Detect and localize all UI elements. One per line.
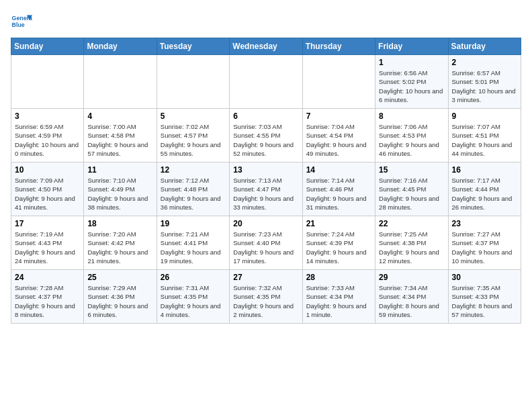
day-info: Sunrise: 7:24 AM Sunset: 4:39 PM Dayligh… xyxy=(306,230,371,265)
calendar-week-5: 24Sunrise: 7:28 AM Sunset: 4:37 PM Dayli… xyxy=(11,270,521,324)
logo: General Blue xyxy=(11,11,32,32)
calendar-cell: 9Sunrise: 7:07 AM Sunset: 4:51 PM Daylig… xyxy=(448,109,521,163)
weekday-header-row: SundayMondayTuesdayWednesdayThursdayFrid… xyxy=(11,38,521,55)
calendar-cell: 1Sunrise: 6:56 AM Sunset: 5:02 PM Daylig… xyxy=(375,55,448,109)
day-info: Sunrise: 6:56 AM Sunset: 5:02 PM Dayligh… xyxy=(379,68,444,104)
day-info: Sunrise: 7:31 AM Sunset: 4:35 PM Dayligh… xyxy=(161,283,226,319)
day-number: 25 xyxy=(87,273,152,282)
calendar-cell: 26Sunrise: 7:31 AM Sunset: 4:35 PM Dayli… xyxy=(157,270,229,324)
calendar-cell: 20Sunrise: 7:23 AM Sunset: 4:40 PM Dayli… xyxy=(230,216,302,270)
calendar-week-1: 1Sunrise: 6:56 AM Sunset: 5:02 PM Daylig… xyxy=(11,55,521,109)
day-number: 17 xyxy=(15,219,80,228)
day-info: Sunrise: 6:57 AM Sunset: 5:01 PM Dayligh… xyxy=(452,68,517,104)
day-info: Sunrise: 7:19 AM Sunset: 4:43 PM Dayligh… xyxy=(15,230,80,265)
day-number: 27 xyxy=(233,273,298,282)
weekday-header-tuesday: Tuesday xyxy=(157,38,229,55)
day-number: 2 xyxy=(452,58,517,67)
logo-icon: General Blue xyxy=(11,11,32,32)
day-number: 19 xyxy=(161,219,226,228)
calendar-cell xyxy=(11,55,84,109)
day-number: 7 xyxy=(306,111,371,121)
calendar-cell: 25Sunrise: 7:29 AM Sunset: 4:36 PM Dayli… xyxy=(84,270,157,324)
calendar-cell: 2Sunrise: 6:57 AM Sunset: 5:01 PM Daylig… xyxy=(448,55,521,109)
calendar-cell: 4Sunrise: 7:00 AM Sunset: 4:58 PM Daylig… xyxy=(84,109,157,163)
calendar-cell: 19Sunrise: 7:21 AM Sunset: 4:41 PM Dayli… xyxy=(157,216,229,270)
day-number: 6 xyxy=(233,111,298,121)
calendar-cell: 12Sunrise: 7:12 AM Sunset: 4:48 PM Dayli… xyxy=(157,163,229,216)
calendar-cell: 8Sunrise: 7:06 AM Sunset: 4:53 PM Daylig… xyxy=(375,109,448,163)
weekday-header-sunday: Sunday xyxy=(11,38,84,55)
day-info: Sunrise: 7:21 AM Sunset: 4:41 PM Dayligh… xyxy=(161,230,226,265)
day-info: Sunrise: 7:25 AM Sunset: 4:38 PM Dayligh… xyxy=(379,230,444,265)
weekday-header-monday: Monday xyxy=(84,38,157,55)
day-info: Sunrise: 6:59 AM Sunset: 4:59 PM Dayligh… xyxy=(15,122,80,158)
calendar-cell: 13Sunrise: 7:13 AM Sunset: 4:47 PM Dayli… xyxy=(230,163,302,216)
day-number: 23 xyxy=(452,219,517,228)
calendar-cell: 22Sunrise: 7:25 AM Sunset: 4:38 PM Dayli… xyxy=(375,216,448,270)
day-number: 28 xyxy=(306,273,371,282)
calendar-cell: 30Sunrise: 7:35 AM Sunset: 4:33 PM Dayli… xyxy=(448,270,521,324)
day-info: Sunrise: 7:09 AM Sunset: 4:50 PM Dayligh… xyxy=(15,176,80,212)
calendar-week-3: 10Sunrise: 7:09 AM Sunset: 4:50 PM Dayli… xyxy=(11,163,521,216)
svg-text:Blue: Blue xyxy=(12,21,25,28)
day-number: 1 xyxy=(379,58,444,67)
calendar-cell: 14Sunrise: 7:14 AM Sunset: 4:46 PM Dayli… xyxy=(302,163,375,216)
day-number: 30 xyxy=(452,273,517,282)
day-info: Sunrise: 7:20 AM Sunset: 4:42 PM Dayligh… xyxy=(87,230,152,265)
day-info: Sunrise: 7:35 AM Sunset: 4:33 PM Dayligh… xyxy=(452,283,517,319)
day-info: Sunrise: 7:29 AM Sunset: 4:36 PM Dayligh… xyxy=(87,283,152,319)
calendar-cell: 6Sunrise: 7:03 AM Sunset: 4:55 PM Daylig… xyxy=(230,109,302,163)
day-number: 13 xyxy=(233,165,298,175)
day-info: Sunrise: 7:33 AM Sunset: 4:34 PM Dayligh… xyxy=(306,283,371,319)
day-number: 18 xyxy=(87,219,152,228)
calendar-cell: 11Sunrise: 7:10 AM Sunset: 4:49 PM Dayli… xyxy=(84,163,157,216)
day-number: 4 xyxy=(87,111,152,121)
calendar-cell: 3Sunrise: 6:59 AM Sunset: 4:59 PM Daylig… xyxy=(11,109,84,163)
weekday-header-wednesday: Wednesday xyxy=(230,38,302,55)
day-number: 15 xyxy=(379,165,444,175)
calendar-table: SundayMondayTuesdayWednesdayThursdayFrid… xyxy=(11,38,521,324)
calendar-week-4: 17Sunrise: 7:19 AM Sunset: 4:43 PM Dayli… xyxy=(11,216,521,270)
calendar-cell: 7Sunrise: 7:04 AM Sunset: 4:54 PM Daylig… xyxy=(302,109,375,163)
calendar-cell: 24Sunrise: 7:28 AM Sunset: 4:37 PM Dayli… xyxy=(11,270,84,324)
calendar-week-2: 3Sunrise: 6:59 AM Sunset: 4:59 PM Daylig… xyxy=(11,109,521,163)
day-info: Sunrise: 7:04 AM Sunset: 4:54 PM Dayligh… xyxy=(306,122,371,158)
day-info: Sunrise: 7:34 AM Sunset: 4:34 PM Dayligh… xyxy=(379,283,444,319)
day-number: 8 xyxy=(379,111,444,121)
calendar-cell xyxy=(230,55,302,109)
calendar-cell: 17Sunrise: 7:19 AM Sunset: 4:43 PM Dayli… xyxy=(11,216,84,270)
calendar-cell: 10Sunrise: 7:09 AM Sunset: 4:50 PM Dayli… xyxy=(11,163,84,216)
day-number: 10 xyxy=(15,165,80,175)
day-info: Sunrise: 7:28 AM Sunset: 4:37 PM Dayligh… xyxy=(15,283,80,319)
calendar-cell: 29Sunrise: 7:34 AM Sunset: 4:34 PM Dayli… xyxy=(375,270,448,324)
day-number: 9 xyxy=(452,111,517,121)
weekday-header-saturday: Saturday xyxy=(448,38,521,55)
calendar-cell xyxy=(302,55,375,109)
calendar-cell: 27Sunrise: 7:32 AM Sunset: 4:35 PM Dayli… xyxy=(230,270,302,324)
day-info: Sunrise: 7:14 AM Sunset: 4:46 PM Dayligh… xyxy=(306,176,371,212)
day-number: 5 xyxy=(161,111,226,121)
day-number: 21 xyxy=(306,219,371,228)
day-info: Sunrise: 7:32 AM Sunset: 4:35 PM Dayligh… xyxy=(233,283,298,319)
weekday-header-friday: Friday xyxy=(375,38,448,55)
calendar-cell xyxy=(84,55,157,109)
day-number: 11 xyxy=(87,165,152,175)
calendar-cell: 28Sunrise: 7:33 AM Sunset: 4:34 PM Dayli… xyxy=(302,270,375,324)
day-info: Sunrise: 7:00 AM Sunset: 4:58 PM Dayligh… xyxy=(87,122,152,158)
calendar-cell: 16Sunrise: 7:17 AM Sunset: 4:44 PM Dayli… xyxy=(448,163,521,216)
day-number: 29 xyxy=(379,273,444,282)
calendar-cell xyxy=(157,55,229,109)
day-info: Sunrise: 7:06 AM Sunset: 4:53 PM Dayligh… xyxy=(379,122,444,158)
day-info: Sunrise: 7:03 AM Sunset: 4:55 PM Dayligh… xyxy=(233,122,298,158)
day-info: Sunrise: 7:10 AM Sunset: 4:49 PM Dayligh… xyxy=(87,176,152,212)
day-number: 16 xyxy=(452,165,517,175)
day-info: Sunrise: 7:02 AM Sunset: 4:57 PM Dayligh… xyxy=(161,122,226,158)
day-number: 3 xyxy=(15,111,80,121)
calendar-cell: 5Sunrise: 7:02 AM Sunset: 4:57 PM Daylig… xyxy=(157,109,229,163)
day-number: 20 xyxy=(233,219,298,228)
day-info: Sunrise: 7:17 AM Sunset: 4:44 PM Dayligh… xyxy=(452,176,517,212)
day-info: Sunrise: 7:12 AM Sunset: 4:48 PM Dayligh… xyxy=(161,176,226,212)
day-info: Sunrise: 7:07 AM Sunset: 4:51 PM Dayligh… xyxy=(452,122,517,158)
day-number: 14 xyxy=(306,165,371,175)
weekday-header-thursday: Thursday xyxy=(302,38,375,55)
